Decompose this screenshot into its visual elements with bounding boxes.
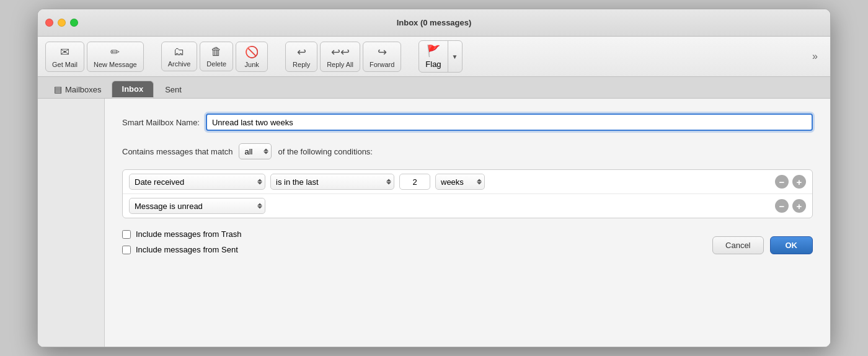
window-title: Inbox (0 messages) (397, 18, 472, 27)
reply-icon: ↩ (297, 45, 306, 59)
main-window: Inbox (0 messages) ✉ Get Mail ✏ New Mess… (37, 9, 831, 347)
delete-icon: 🗑 (211, 45, 222, 58)
junk-icon: 🚫 (245, 45, 259, 59)
inbox-label: Inbox (122, 84, 144, 94)
name-label: Smart Mailbox Name: (122, 118, 200, 127)
cond1-number-input[interactable] (399, 174, 430, 190)
cond2-action-btns: − + (775, 199, 806, 213)
checkboxes-col: Include messages from Trash Include mess… (122, 229, 712, 260)
match-row: Contains messages that match all any of … (122, 143, 813, 159)
cond1-action-btns: − + (775, 175, 806, 189)
expand-toolbar-button[interactable]: » (807, 48, 823, 65)
archive-button[interactable]: 🗂 Archive (161, 42, 198, 71)
include-trash-checkbox[interactable] (122, 230, 131, 239)
new-message-icon: ✏ (110, 45, 120, 59)
cond1-add-button[interactable]: + (792, 175, 806, 189)
cond2-field-wrapper: Message is unread Message is flagged Fro… (129, 198, 265, 214)
junk-label: Junk (245, 61, 259, 68)
flag-chevron-button[interactable]: ▼ (448, 50, 462, 63)
sent-label: Sent (165, 85, 182, 94)
name-row: Smart Mailbox Name: (122, 113, 813, 131)
traffic-lights (45, 19, 78, 27)
tab-sent[interactable]: Sent (155, 82, 192, 98)
junk-button[interactable]: 🚫 Junk (236, 42, 268, 72)
bottom-row: Include messages from Trash Include mess… (122, 229, 813, 260)
cond1-operator-select[interactable]: is in the last is not in the last is bef… (270, 174, 394, 190)
forward-label: Forward (370, 61, 394, 68)
close-button[interactable] (45, 19, 53, 27)
archive-label: Archive (168, 60, 191, 68)
include-trash-row: Include messages from Trash (122, 229, 712, 239)
get-mail-label: Get Mail (52, 61, 78, 68)
get-mail-icon: ✉ (60, 45, 69, 59)
flag-label: Flag (425, 60, 441, 69)
mailboxes-label: Mailboxes (65, 85, 102, 94)
cond1-unit-wrapper: days weeks months (435, 174, 485, 190)
cond2-field-select[interactable]: Message is unread Message is flagged Fro… (129, 198, 265, 214)
forward-icon: ↪ (378, 45, 387, 59)
minimize-button[interactable] (58, 19, 66, 27)
tabbar: ▤ Mailboxes Inbox Sent (38, 77, 830, 99)
name-input[interactable] (206, 113, 813, 131)
smart-mailbox-dialog: Smart Mailbox Name: Contains messages th… (105, 99, 830, 347)
reply-all-button[interactable]: ↩↩ Reply All (320, 42, 360, 72)
new-message-label: New Message (94, 61, 137, 68)
cond1-operator-wrapper: is in the last is not in the last is bef… (270, 174, 394, 190)
include-trash-label[interactable]: Include messages from Trash (136, 229, 242, 239)
conditions-box: Date received From Subject To is in the (122, 169, 813, 218)
get-mail-button[interactable]: ✉ Get Mail (45, 42, 84, 72)
titlebar: Inbox (0 messages) (38, 9, 830, 37)
match-suffix: of the following conditions: (278, 147, 372, 156)
cond1-remove-button[interactable]: − (775, 175, 789, 189)
content-area: Smart Mailbox Name: Contains messages th… (38, 99, 830, 347)
new-message-button[interactable]: ✏ New Message (87, 42, 144, 72)
condition-row-2: Message is unread Message is flagged Fro… (123, 194, 812, 218)
condition-row-1: Date received From Subject To is in the (123, 170, 812, 194)
cond2-add-button[interactable]: + (792, 199, 806, 213)
archive-icon: 🗂 (174, 45, 185, 58)
match-select[interactable]: all any (239, 143, 272, 159)
reply-all-icon: ↩↩ (331, 45, 350, 59)
cond1-field-select[interactable]: Date received From Subject To (129, 174, 265, 190)
include-sent-label[interactable]: Include messages from Sent (136, 245, 238, 254)
reply-label: Reply (293, 61, 310, 68)
toolbar: ✉ Get Mail ✏ New Message 🗂 Archive 🗑 Del… (38, 37, 830, 77)
flag-icon: 🚩 (427, 44, 440, 58)
forward-button[interactable]: ↪ Forward (363, 42, 401, 72)
mailboxes-icon: ▤ (54, 84, 62, 94)
ok-button[interactable]: OK (770, 236, 813, 254)
reply-button[interactable]: ↩ Reply (285, 42, 317, 72)
maximize-button[interactable] (70, 19, 78, 27)
flag-button[interactable]: 🚩 Flag (419, 41, 448, 72)
action-buttons: Cancel OK (712, 236, 813, 254)
cond1-unit-select[interactable]: days weeks months (435, 174, 485, 190)
include-sent-row: Include messages from Sent (122, 245, 712, 254)
tab-mailboxes[interactable]: ▤ Mailboxes (45, 81, 110, 98)
sidebar (38, 99, 105, 347)
reply-all-label: Reply All (327, 61, 353, 68)
cond1-field-wrapper: Date received From Subject To (129, 174, 265, 190)
delete-label: Delete (206, 60, 226, 68)
match-prefix: Contains messages that match (122, 147, 232, 156)
tab-inbox[interactable]: Inbox (112, 81, 154, 98)
delete-button[interactable]: 🗑 Delete (200, 42, 233, 71)
cancel-button[interactable]: Cancel (712, 236, 763, 254)
cond2-remove-button[interactable]: − (775, 199, 789, 213)
flag-group: 🚩 Flag ▼ (418, 40, 462, 73)
include-sent-checkbox[interactable] (122, 246, 131, 254)
match-select-wrapper: all any (239, 143, 272, 159)
